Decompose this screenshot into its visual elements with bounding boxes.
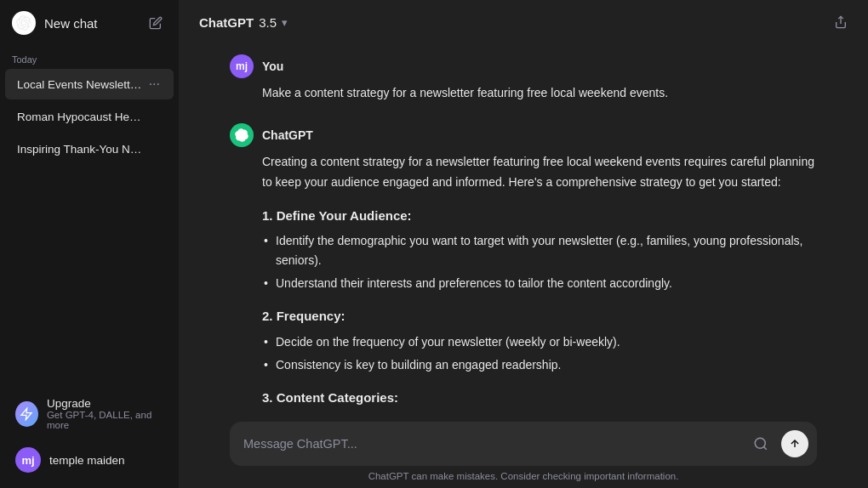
model-name: ChatGPT (199, 15, 254, 30)
disclaimer-text: ChatGPT can make mistakes. Consider chec… (230, 466, 817, 488)
user-sender-name: You (262, 60, 283, 73)
model-version: 3.5 (259, 15, 277, 30)
sidebar-item-inspiring-thank-you[interactable]: Inspiring Thank-You Note ··· (5, 133, 174, 164)
section-3-list: Segment content into categories like "Fa… (262, 414, 817, 417)
user-name: temple maiden (49, 454, 125, 467)
avatar: mj (15, 447, 41, 473)
message-input[interactable] (243, 437, 740, 451)
list-item: Consistency is key to building an engage… (262, 355, 817, 375)
user-avatar: mj (230, 54, 254, 78)
list-item: Identify the demographic you want to tar… (262, 231, 817, 270)
sidebar-item-label: Inspiring Thank-You Note (17, 143, 146, 156)
send-button[interactable] (781, 430, 808, 457)
svg-marker-0 (21, 408, 31, 419)
sidebar-item-roman-hypocaust[interactable]: Roman Hypocaust Heating System ··· (5, 101, 174, 132)
list-item: Understand their interests and preferenc… (262, 274, 817, 293)
new-chat-button[interactable]: New chat (0, 0, 179, 46)
upgrade-title: Upgrade (47, 397, 163, 410)
chevron-down-icon: ▾ (282, 16, 288, 29)
app-logo (12, 11, 36, 35)
section-2-title: 2. Frequency: (262, 305, 817, 327)
upgrade-button[interactable]: Upgrade Get GPT-4, DALLE, and more (5, 390, 174, 437)
section-1-list: Identify the demographic you want to tar… (262, 231, 817, 293)
input-area: ChatGPT can make mistakes. Consider chec… (179, 417, 868, 488)
svg-line-3 (763, 446, 766, 449)
share-button[interactable] (827, 9, 854, 36)
section-3-title: 3. Content Categories: (262, 387, 817, 409)
sidebar-item-label: Local Events Newsletter Strate... (17, 78, 146, 91)
more-options-icon[interactable]: ··· (146, 75, 163, 94)
sidebar-bottom: Upgrade Get GPT-4, DALLE, and more mj te… (0, 382, 179, 488)
user-avatar-initials: mj (236, 60, 248, 72)
list-item: Segment content into categories like "Fa… (262, 414, 817, 417)
sidebar-item-local-events[interactable]: Local Events Newsletter Strate... ··· (5, 69, 174, 99)
list-item: Decide on the frequency of your newslett… (262, 332, 817, 352)
response-sections: 1. Define Your Audience: Identify the de… (262, 205, 817, 417)
upgrade-subtitle: Get GPT-4, DALLE, and more (47, 410, 163, 430)
assistant-sender-name: ChatGPT (262, 128, 313, 142)
assistant-message-block: ChatGPT Creating a content strategy for … (179, 113, 868, 417)
model-selector[interactable]: ChatGPT 3.5 ▾ (192, 12, 294, 33)
response-text: Creating a content strategy for a newsle… (262, 152, 817, 417)
sidebar: New chat Today Local Events Newsletter S… (0, 0, 179, 488)
chat-area: mj You Make a content strategy for a new… (179, 44, 868, 417)
upgrade-icon (15, 401, 38, 427)
svg-point-2 (755, 438, 765, 448)
input-box (230, 422, 817, 466)
section-2-list: Decide on the frequency of your newslett… (262, 332, 817, 375)
assistant-message-header: ChatGPT (230, 123, 817, 147)
new-chat-label: New chat (44, 16, 98, 31)
section-1-title: 1. Define Your Audience: (262, 205, 817, 227)
search-button[interactable] (747, 430, 774, 457)
assistant-avatar (230, 123, 254, 147)
user-message-header: mj You (230, 54, 817, 78)
response-intro: Creating a content strategy for a newsle… (262, 152, 817, 193)
user-profile[interactable]: mj temple maiden (5, 440, 174, 479)
edit-icon[interactable] (143, 10, 168, 36)
main-header: ChatGPT 3.5 ▾ (179, 0, 868, 44)
user-message-block: mj You Make a content strategy for a new… (179, 44, 868, 113)
today-section-label: Today (0, 46, 179, 68)
avatar-initials: mj (21, 454, 34, 467)
user-message-text: Make a content strategy for a newsletter… (230, 83, 817, 103)
assistant-message-content: Creating a content strategy for a newsle… (230, 152, 817, 417)
main-content: ChatGPT 3.5 ▾ mj You Make a content stra… (179, 0, 868, 488)
sidebar-item-label: Roman Hypocaust Heating System (17, 111, 146, 123)
